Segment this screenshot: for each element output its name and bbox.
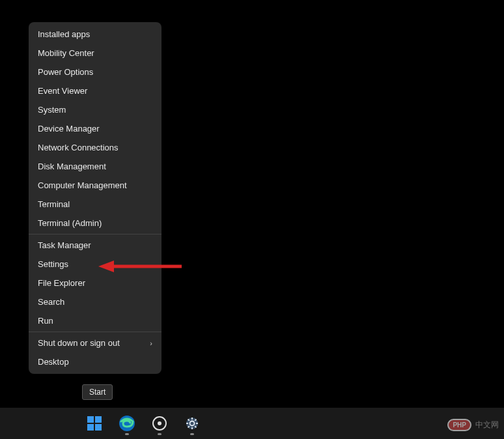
taskbar-app-settings[interactable]: [179, 410, 205, 436]
settings-gear-icon: [184, 416, 200, 431]
svg-rect-2: [87, 416, 94, 423]
watermark: PHP 中文网: [447, 419, 499, 431]
menu-label: Disk Management: [38, 162, 106, 171]
menu-label: System: [38, 105, 66, 115]
menu-item-settings[interactable]: Settings: [29, 255, 161, 274]
edge-browser-icon: [119, 415, 135, 432]
menu-label: Terminal: [38, 199, 70, 209]
watermark-badge: PHP: [447, 419, 471, 431]
menu-item-task-manager[interactable]: Task Manager: [29, 236, 161, 255]
menu-label: Settings: [38, 259, 68, 269]
svg-point-8: [158, 421, 161, 425]
chevron-right-icon: ›: [150, 339, 152, 347]
active-indicator: [125, 433, 129, 435]
svg-rect-4: [87, 424, 94, 431]
menu-item-system[interactable]: System: [29, 100, 161, 119]
menu-item-installed-apps[interactable]: Installed apps: [29, 25, 161, 44]
menu-item-file-explorer[interactable]: File Explorer: [29, 274, 161, 292]
menu-separator: [29, 332, 161, 332]
menu-label: Search: [38, 297, 64, 307]
menu-label: Computer Management: [38, 180, 127, 190]
menu-separator: [29, 234, 161, 234]
start-button[interactable]: [81, 410, 107, 436]
menu-item-device-manager[interactable]: Device Manager: [29, 119, 161, 138]
menu-item-shutdown[interactable]: Shut down or sign out ›: [29, 333, 161, 352]
menu-label: Task Manager: [38, 240, 91, 250]
menu-label: Device Manager: [38, 124, 100, 134]
menu-label: Network Connections: [38, 143, 119, 152]
menu-item-run[interactable]: Run: [29, 311, 161, 330]
menu-label: Power Options: [38, 67, 93, 77]
menu-item-search[interactable]: Search: [29, 292, 161, 311]
taskbar-app-1[interactable]: [147, 410, 173, 436]
menu-label: Mobility Center: [38, 48, 94, 58]
menu-item-computer-management[interactable]: Computer Management: [29, 176, 161, 195]
taskbar-icon-group: [81, 410, 205, 436]
menu-label: Terminal (Admin): [38, 218, 102, 228]
menu-label: Run: [38, 316, 53, 326]
menu-item-terminal[interactable]: Terminal: [29, 195, 161, 214]
tooltip-text: Start: [89, 388, 105, 397]
menu-item-terminal-admin[interactable]: Terminal (Admin): [29, 214, 161, 233]
menu-label: Shut down or sign out: [38, 338, 120, 348]
active-indicator: [190, 433, 194, 435]
watermark-text: 中文网: [475, 419, 499, 431]
menu-label: Event Viewer: [38, 86, 87, 96]
taskbar: [0, 408, 504, 439]
menu-label: File Explorer: [38, 278, 85, 288]
windows-logo-icon: [87, 416, 102, 431]
svg-rect-3: [95, 416, 102, 423]
app-icon: [152, 416, 167, 431]
menu-label: Desktop: [38, 357, 69, 367]
menu-item-mobility-center[interactable]: Mobility Center: [29, 44, 161, 63]
active-indicator: [158, 433, 161, 435]
menu-item-network-connections[interactable]: Network Connections: [29, 138, 161, 157]
menu-label: Installed apps: [38, 29, 90, 39]
menu-item-power-options[interactable]: Power Options: [29, 63, 161, 81]
svg-rect-5: [95, 424, 102, 431]
winx-context-menu: Installed apps Mobility Center Power Opt…: [29, 22, 161, 374]
menu-item-disk-management[interactable]: Disk Management: [29, 157, 161, 176]
start-tooltip: Start: [82, 384, 113, 400]
taskbar-app-edge[interactable]: [114, 410, 140, 436]
menu-item-event-viewer[interactable]: Event Viewer: [29, 81, 161, 100]
menu-item-desktop[interactable]: Desktop: [29, 352, 161, 371]
